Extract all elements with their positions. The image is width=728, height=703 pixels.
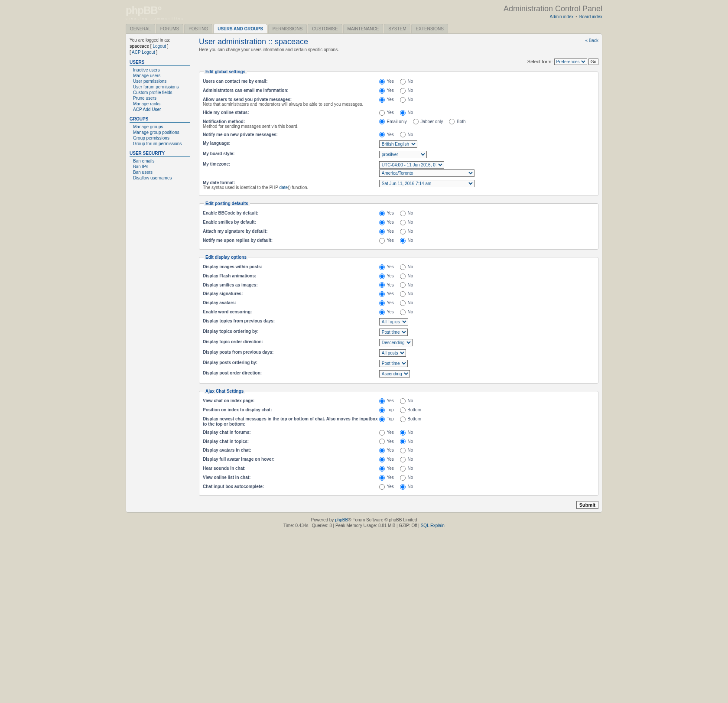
radio-dsig-yes <box>379 291 385 297</box>
label-admins-email: Administrators can email me information: <box>203 88 289 93</box>
select-form-dropdown[interactable]: Preferences <box>554 59 587 65</box>
label-posts-dir: Display post order direction: <box>203 371 262 375</box>
menu-item-user-permissions[interactable]: User permissions <box>130 78 190 84</box>
main-tabs: GENERALFORUMSPOSTINGUSERS AND GROUPSPERM… <box>126 24 602 33</box>
label-signature: Attach my signature by default: <box>203 229 267 234</box>
menu-item-group-permissions[interactable]: Group permissions <box>130 135 190 141</box>
menu-item-inactive-users[interactable]: Inactive users <box>130 67 190 73</box>
legend-display: Edit display options <box>204 255 248 260</box>
label-topics-dir: Display topic order direction: <box>203 339 263 344</box>
label-disp-smilies: Display smilies as images: <box>203 283 258 287</box>
link-admin-index[interactable]: Admin index <box>550 14 574 19</box>
menu-item-manage-users[interactable]: Manage users <box>130 73 190 78</box>
radio-hide-yes <box>379 110 385 116</box>
menu-item-prune-users[interactable]: Prune users <box>130 95 190 101</box>
tab-maintenance[interactable]: MAINTENANCE <box>343 24 384 33</box>
fieldset-display: Edit display options Display images with… <box>199 255 598 384</box>
menu-item-disallow-usernames[interactable]: Disallow usernames <box>130 175 190 181</box>
radio-cen-no <box>400 309 406 315</box>
acp-logout-link[interactable]: ACP Logout <box>132 50 155 55</box>
radio-admins-no <box>400 88 406 94</box>
radio-nm-both <box>449 119 455 124</box>
select-topics-order[interactable]: Post time <box>379 329 408 336</box>
menu-item-group-forum-permissions[interactable]: Group forum permissions <box>130 141 190 146</box>
radio-dav-yes <box>379 300 385 306</box>
go-button[interactable] <box>588 59 598 65</box>
radio-ca-no <box>400 448 406 453</box>
fieldset-chat: Ajax Chat Settings View chat on index pa… <box>199 389 598 496</box>
menu-item-manage-groups[interactable]: Manage groups <box>130 124 190 130</box>
label-allow-pm: Allow users to send you private messages… <box>203 97 292 102</box>
radio-npm-no <box>400 132 406 137</box>
tab-users-and-groups[interactable]: USERS AND GROUPS <box>213 24 267 33</box>
radio-cp-top <box>379 407 385 413</box>
submit-button[interactable] <box>576 501 598 509</box>
menu-item-manage-ranks[interactable]: Manage ranks <box>130 101 190 107</box>
radio-dimg-yes <box>379 264 385 270</box>
menu-item-user-forum-permissions[interactable]: User forum permissions <box>130 84 190 90</box>
tab-customise[interactable]: CUSTOMISE <box>308 24 342 33</box>
select-posts-days[interactable]: All posts <box>379 349 406 357</box>
label-smilies: Enable smilies by default: <box>203 220 256 225</box>
radio-cac-yes <box>379 484 385 490</box>
radio-dsm-yes <box>379 282 385 288</box>
select-language[interactable]: British English <box>379 140 417 148</box>
radio-nr-no <box>400 238 406 244</box>
label-posts-days: Display posts from previous days: <box>203 350 273 355</box>
label-notify-method: Notification method: <box>203 119 245 124</box>
select-timezone-region[interactable]: America/Toronto <box>379 169 474 177</box>
footer: Powered by phpBB® Forum Software © phpBB… <box>126 517 602 528</box>
menu-item-manage-group-positions[interactable]: Manage group positions <box>130 130 190 135</box>
label-disp-avatars: Display avatars: <box>203 300 236 305</box>
menu-item-ban-users[interactable]: Ban users <box>130 169 190 175</box>
radio-cp-bottom <box>400 407 406 413</box>
radio-ci-no <box>400 398 406 404</box>
label-chat-topics: Display chat in topics: <box>203 439 249 444</box>
radio-cf-yes <box>379 430 385 436</box>
fieldset-global: Edit global settings Users can contact m… <box>199 69 598 196</box>
radio-flash-yes <box>379 273 385 279</box>
radio-hide-no <box>400 110 406 116</box>
label-disp-flash: Display Flash animations: <box>203 273 256 278</box>
radio-smilies-no <box>400 220 406 225</box>
select-dateformat[interactable]: Sat Jun 11, 2016 7:14 am <box>379 180 474 187</box>
footer-sql-explain-link[interactable]: SQL Explain <box>421 523 445 528</box>
menu-item-ban-ips[interactable]: Ban IPs <box>130 164 190 169</box>
label-notify-reply: Notify me upon replies by default: <box>203 238 273 243</box>
label-chat-pos: Position on index to display chat: <box>203 407 272 412</box>
label-posts-order: Display posts ordering by: <box>203 360 257 365</box>
tab-general[interactable]: GENERAL <box>126 24 155 33</box>
header-title: Administration Control Panel <box>504 4 602 13</box>
tab-permissions[interactable]: PERMISSIONS <box>268 24 307 33</box>
label-chat-forums: Display chat in forums: <box>203 430 251 435</box>
menu-header-groups: GROUPS <box>130 117 190 123</box>
tab-posting[interactable]: POSTING <box>184 24 212 33</box>
logout-link[interactable]: Logout <box>153 44 166 49</box>
tab-system[interactable]: SYSTEM <box>384 24 410 33</box>
select-posts-dir[interactable]: Ascending <box>379 370 410 378</box>
select-topics-days[interactable]: All Topics <box>379 318 408 325</box>
menu-item-custom-profile-fields[interactable]: Custom profile fields <box>130 90 190 95</box>
label-chat-newest: Display newest chat messages in the top … <box>203 417 378 426</box>
radio-dsm-no <box>400 282 406 288</box>
select-board-style[interactable]: prosilver <box>379 151 427 158</box>
label-notify-pm: Notify me on new private messages: <box>203 132 278 137</box>
menu-item-ban-emails[interactable]: Ban emails <box>130 158 190 164</box>
link-board-index[interactable]: Board index <box>579 14 602 19</box>
footer-phpbb-link[interactable]: phpBB <box>335 517 348 522</box>
radio-nm-jabber <box>413 119 419 124</box>
tab-extensions[interactable]: EXTENSIONS <box>411 24 448 33</box>
radio-contact-no <box>400 79 406 85</box>
select-topics-dir[interactable]: Descending <box>379 339 413 346</box>
radio-smilies-yes <box>379 220 385 225</box>
label-hide-online: Hide my online status: <box>203 110 249 115</box>
select-timezone[interactable]: UTC-04:00 - 11 Jun 2016, 07:14 <box>379 161 444 169</box>
radio-pm-no <box>400 97 406 103</box>
radio-bbcode-no <box>400 211 406 216</box>
menu-item-acp-add-user[interactable]: ACP Add User <box>130 107 190 112</box>
label-chat-fullavatar: Display full avatar image on hover: <box>203 457 275 462</box>
back-link[interactable]: « Back <box>585 38 598 43</box>
radio-admins-yes <box>379 88 385 94</box>
tab-forums[interactable]: FORUMS <box>156 24 183 33</box>
select-posts-order[interactable]: Post time <box>379 360 408 367</box>
